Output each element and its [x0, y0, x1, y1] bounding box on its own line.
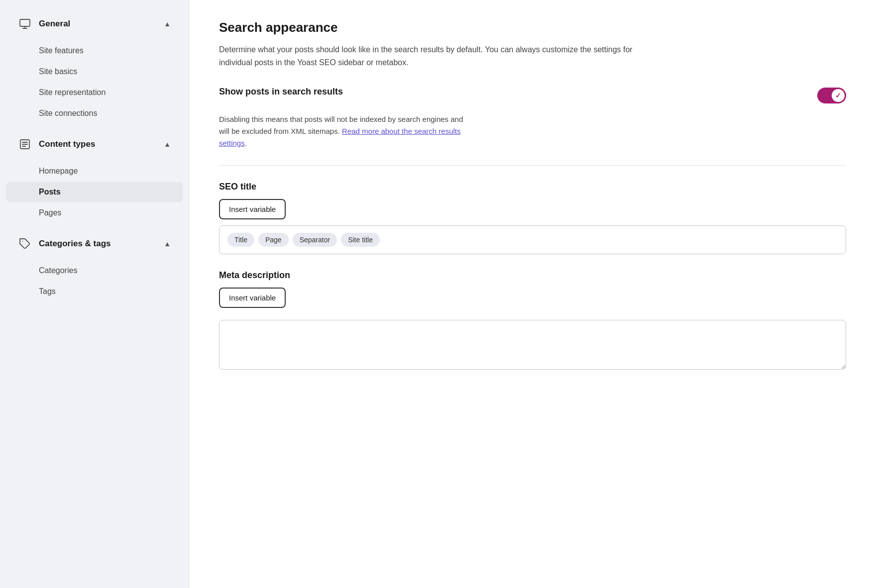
sidebar-item-categories[interactable]: Categories: [6, 261, 183, 281]
toggle-track[interactable]: ✓: [817, 88, 846, 103]
seo-tag-separator[interactable]: Separator: [293, 233, 337, 247]
toggle-left-content: Show posts in search results: [219, 87, 817, 97]
toggle-description: Disabling this means that posts will not…: [219, 113, 468, 149]
svg-rect-0: [20, 19, 30, 26]
general-items: Site features Site basics Site represent…: [0, 38, 189, 128]
sidebar-section-categories-tags-header[interactable]: Categories & tags ▲: [6, 230, 183, 258]
tag-icon: [18, 237, 32, 251]
sidebar-section-categories-tags-left: Categories & tags: [18, 237, 111, 251]
toggle-description-after: .: [245, 139, 247, 147]
categories-tags-items: Categories Tags: [0, 258, 189, 306]
sidebar: General ▲ Site features Site basics Site…: [0, 0, 189, 588]
divider-1: [219, 165, 846, 166]
sidebar-item-site-connections[interactable]: Site connections: [6, 103, 183, 123]
sidebar-item-site-features[interactable]: Site features: [6, 41, 183, 61]
show-posts-toggle[interactable]: ✓: [817, 88, 846, 103]
sidebar-section-content-types: Content types ▲ Homepage Posts Pages: [0, 130, 189, 228]
sidebar-section-general: General ▲ Site features Site basics Site…: [0, 10, 189, 128]
seo-title-label: SEO title: [219, 182, 846, 192]
seo-tag-title[interactable]: Title: [227, 233, 254, 247]
toggle-check-icon: ✓: [835, 92, 841, 99]
meta-description-label: Meta description: [219, 270, 846, 281]
sidebar-section-content-types-header[interactable]: Content types ▲: [6, 130, 183, 158]
seo-title-field[interactable]: Title Page Separator Site title: [219, 225, 846, 254]
sidebar-section-header-left: General: [18, 17, 70, 31]
general-section-title: General: [39, 19, 70, 29]
sidebar-section-content-types-left: Content types: [18, 137, 95, 151]
sidebar-item-pages[interactable]: Pages: [6, 203, 183, 223]
sidebar-section-categories-tags: Categories & tags ▲ Categories Tags: [0, 230, 189, 306]
categories-tags-section-title: Categories & tags: [39, 239, 111, 249]
doc-icon: [18, 137, 32, 151]
seo-tag-page[interactable]: Page: [258, 233, 289, 247]
categories-tags-chevron-icon: ▲: [164, 240, 171, 248]
page-description: Determine what your posts should look li…: [219, 43, 647, 69]
sidebar-item-site-basics[interactable]: Site basics: [6, 62, 183, 82]
toggle-label: Show posts in search results: [219, 87, 817, 97]
sidebar-item-site-representation[interactable]: Site representation: [6, 83, 183, 102]
general-chevron-icon: ▲: [164, 20, 171, 28]
content-types-section-title: Content types: [39, 139, 95, 149]
sidebar-section-general-header[interactable]: General ▲: [6, 10, 183, 38]
toggle-thumb: ✓: [832, 89, 845, 102]
sidebar-item-posts[interactable]: Posts: [6, 182, 183, 202]
monitor-icon: [18, 17, 32, 31]
seo-title-insert-variable-button[interactable]: Insert variable: [219, 199, 286, 219]
meta-description-insert-variable-button[interactable]: Insert variable: [219, 288, 286, 308]
seo-tag-site-title[interactable]: Site title: [341, 233, 380, 247]
meta-description-textarea[interactable]: [219, 320, 846, 370]
page-title: Search appearance: [219, 20, 846, 35]
main-content: Search appearance Determine what your po…: [189, 0, 876, 588]
sidebar-item-homepage[interactable]: Homepage: [6, 161, 183, 181]
show-posts-toggle-row: Show posts in search results ✓: [219, 87, 846, 103]
content-types-chevron-icon: ▲: [164, 140, 171, 148]
content-types-items: Homepage Posts Pages: [0, 158, 189, 228]
sidebar-item-tags[interactable]: Tags: [6, 282, 183, 301]
